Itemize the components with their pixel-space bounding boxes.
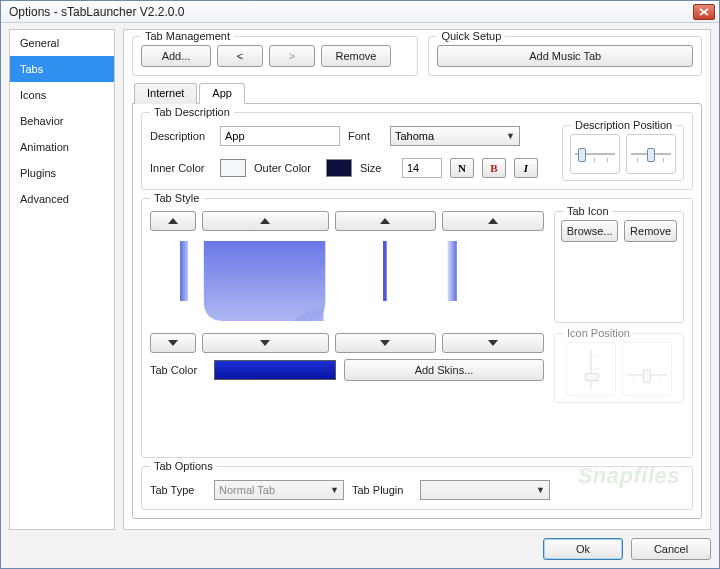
- size-label: Size: [360, 162, 394, 174]
- client-area: General Tabs Icons Behavior Animation Pl…: [1, 23, 719, 568]
- tab-color-swatch[interactable]: [214, 360, 336, 380]
- icon-position-group: Icon Position: [554, 333, 684, 403]
- style3-down-button[interactable]: [335, 333, 437, 353]
- tab-internet[interactable]: Internet: [134, 83, 197, 104]
- style2-up-button[interactable]: [202, 211, 329, 231]
- quick-setup-group: Quick Setup Add Music Tab: [428, 36, 702, 76]
- tab-icon-preview: [561, 242, 677, 316]
- options-window: Options - sTabLauncher V2.2.0.0 General …: [0, 0, 720, 569]
- tab-plugin-label: Tab Plugin: [352, 484, 412, 496]
- sidebar-item-general[interactable]: General: [10, 30, 114, 56]
- inner-color-label: Inner Color: [150, 162, 212, 174]
- outer-color-swatch[interactable]: [326, 159, 352, 177]
- tab-management-title: Tab Management: [141, 30, 234, 42]
- add-skins-button[interactable]: Add Skins...: [344, 359, 544, 381]
- dialog-footer: Ok Cancel: [9, 530, 711, 560]
- style4-down-button[interactable]: [442, 333, 544, 353]
- sidebar-item-behavior[interactable]: Behavior: [10, 108, 114, 134]
- description-position-title: Description Position: [571, 119, 676, 131]
- remove-tab-button[interactable]: Remove: [321, 45, 391, 67]
- window-title: Options - sTabLauncher V2.2.0.0: [5, 5, 693, 19]
- chevron-down-icon: ▼: [330, 485, 339, 495]
- font-value: Tahoma: [395, 130, 434, 142]
- chevron-down-icon: ▼: [506, 131, 515, 141]
- next-tab-button[interactable]: >: [269, 45, 315, 67]
- style3-preview: [335, 237, 437, 327]
- font-label: Font: [348, 130, 382, 142]
- tab-description-group: Tab Description Description Font Tahoma …: [141, 112, 693, 190]
- tab-type-value: Normal Tab: [219, 484, 275, 496]
- tab-style-title: Tab Style: [150, 192, 203, 204]
- font-bold-toggle[interactable]: B: [482, 158, 506, 178]
- sidebar-item-tabs[interactable]: Tabs: [10, 56, 114, 82]
- category-sidebar: General Tabs Icons Behavior Animation Pl…: [9, 29, 115, 530]
- sidebar-item-advanced[interactable]: Advanced: [10, 186, 114, 212]
- svg-rect-0: [180, 241, 188, 301]
- titlebar: Options - sTabLauncher V2.2.0.0: [1, 1, 719, 23]
- add-music-tab-button[interactable]: Add Music Tab: [437, 45, 693, 67]
- style1-up-button[interactable]: [150, 211, 196, 231]
- inner-tabstrip: Internet App: [134, 83, 702, 104]
- tab-description-title: Tab Description: [150, 106, 234, 118]
- style1-down-button[interactable]: [150, 333, 196, 353]
- quick-setup-title: Quick Setup: [437, 30, 505, 42]
- close-button[interactable]: [693, 4, 715, 20]
- ok-button[interactable]: Ok: [543, 538, 623, 560]
- tab-app[interactable]: App: [199, 83, 245, 104]
- size-input[interactable]: [402, 158, 442, 178]
- svg-rect-1: [383, 241, 387, 301]
- font-italic-toggle[interactable]: I: [514, 158, 538, 178]
- sidebar-item-animation[interactable]: Animation: [10, 134, 114, 160]
- description-position-group: Description Position: [562, 125, 684, 181]
- desc-pos-h-slider[interactable]: [570, 134, 620, 174]
- description-label: Description: [150, 130, 212, 142]
- icon-position-title: Icon Position: [563, 327, 634, 339]
- browse-icon-button[interactable]: Browse...: [561, 220, 618, 242]
- tab-options-title: Tab Options: [150, 460, 217, 472]
- tab-options-group: Tab Options Tab Type Normal Tab ▼ Tab Pl…: [141, 466, 693, 510]
- tab-content: Tab Description Description Font Tahoma …: [132, 103, 702, 519]
- tab-style-group: Tab Style: [141, 198, 693, 458]
- tab-type-label: Tab Type: [150, 484, 206, 496]
- prev-tab-button[interactable]: <: [217, 45, 263, 67]
- style3-up-button[interactable]: [335, 211, 437, 231]
- tab-plugin-select: ▼: [420, 480, 550, 500]
- style1-preview: [150, 237, 196, 327]
- outer-color-label: Outer Color: [254, 162, 318, 174]
- right-panel: Tab Management Add... < > Remove Quick S…: [123, 29, 711, 530]
- style4-up-button[interactable]: [442, 211, 544, 231]
- sidebar-item-icons[interactable]: Icons: [10, 82, 114, 108]
- chevron-down-icon: ▼: [536, 485, 545, 495]
- icon-pos-h-slider: [622, 342, 672, 396]
- sidebar-item-plugins[interactable]: Plugins: [10, 160, 114, 186]
- style2-preview: [202, 237, 329, 327]
- svg-rect-2: [448, 241, 457, 301]
- add-tab-button[interactable]: Add...: [141, 45, 211, 67]
- inner-color-swatch[interactable]: [220, 159, 246, 177]
- tab-type-select: Normal Tab ▼: [214, 480, 344, 500]
- tab-icon-title: Tab Icon: [563, 205, 613, 217]
- cancel-button[interactable]: Cancel: [631, 538, 711, 560]
- style2-down-button[interactable]: [202, 333, 329, 353]
- remove-icon-button[interactable]: Remove: [624, 220, 677, 242]
- font-normal-toggle[interactable]: N: [450, 158, 474, 178]
- tab-management-group: Tab Management Add... < > Remove: [132, 36, 418, 76]
- description-input[interactable]: [220, 126, 340, 146]
- tab-color-label: Tab Color: [150, 364, 206, 376]
- style4-preview: [442, 237, 544, 327]
- tab-icon-group: Tab Icon Browse... Remove: [554, 211, 684, 323]
- icon-pos-v-slider: [566, 342, 616, 396]
- font-select[interactable]: Tahoma ▼: [390, 126, 520, 146]
- desc-pos-v-slider[interactable]: [626, 134, 676, 174]
